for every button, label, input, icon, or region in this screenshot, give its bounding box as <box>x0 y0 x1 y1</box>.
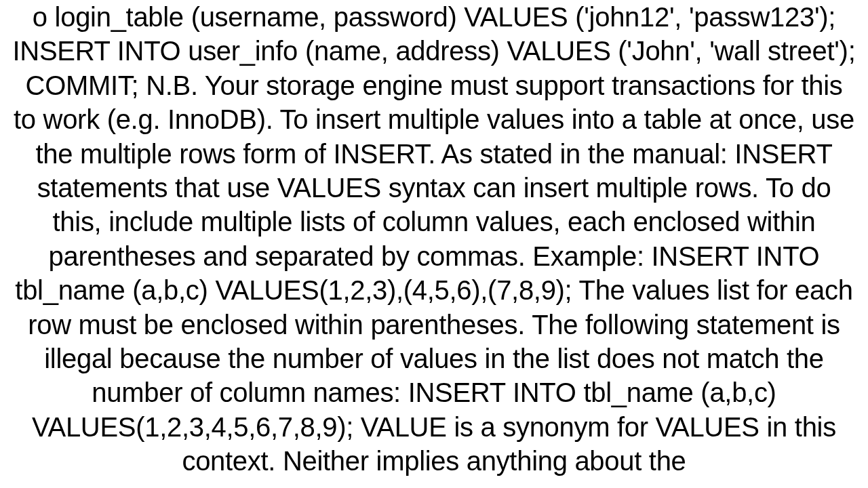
document-body-text: o login_table (username, password) VALUE… <box>0 0 868 478</box>
